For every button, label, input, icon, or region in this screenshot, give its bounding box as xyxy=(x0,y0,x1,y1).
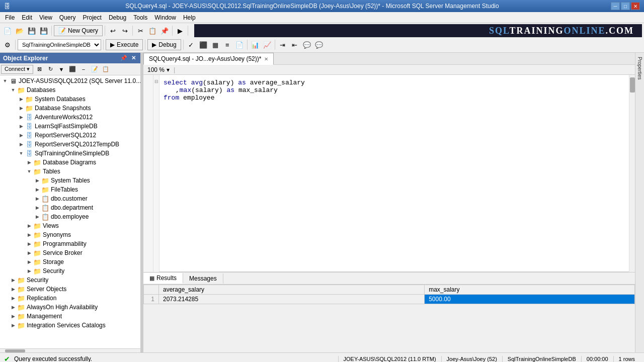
oe-filter-button[interactable]: ▼ xyxy=(56,65,66,74)
oe-new-query-button[interactable]: 📝 xyxy=(90,65,100,74)
expand-tables[interactable]: ▼ xyxy=(25,167,33,175)
undo-button[interactable]: ↩ xyxy=(107,25,118,36)
tree-item-db-snapshots[interactable]: ▶ 📁 Database Snapshots xyxy=(0,104,140,113)
menu-file[interactable]: File xyxy=(2,13,18,22)
expand-reportserver[interactable]: ▶ xyxy=(17,131,25,139)
expand-learnsql[interactable]: ▶ xyxy=(17,122,25,130)
paste-button[interactable]: 📌 xyxy=(159,25,170,36)
oe-stop-button[interactable]: ⬛ xyxy=(67,65,77,74)
tree-item-alwayson[interactable]: ▶ 📁 AlwaysOn High Availability xyxy=(0,303,140,312)
tree-item-databases[interactable]: ▼ 📁 Databases xyxy=(0,85,140,95)
debug-start-button[interactable]: ⚙ xyxy=(2,39,13,50)
tree-item-adventureworks[interactable]: ▶ 🗄 AdventureWorks2012 xyxy=(0,113,140,122)
menu-query[interactable]: Query xyxy=(56,13,79,22)
tree-item-security-server[interactable]: ▶ 📁 Security xyxy=(0,276,140,285)
include-actual-plan-button[interactable]: 📊 xyxy=(250,39,261,50)
check-syntax-button[interactable]: ✓ xyxy=(186,39,197,50)
tree-item-employee[interactable]: ▶ 📋 dbo.employee xyxy=(0,212,140,221)
save-all-button[interactable]: 💾 xyxy=(38,25,49,36)
expand-databases[interactable]: ▼ xyxy=(9,86,17,94)
tree-item-reportserver[interactable]: ▶ 🗄 ReportServerSQL2012 xyxy=(0,131,140,140)
results-to-text-button[interactable]: ≡ xyxy=(222,39,233,50)
minimize-button[interactable]: ─ xyxy=(611,2,620,10)
menu-tools[interactable]: Tools xyxy=(130,13,150,22)
expand-department[interactable]: ▶ xyxy=(33,204,41,212)
outdent-button[interactable]: ⇤ xyxy=(289,39,300,50)
expand-employee[interactable]: ▶ xyxy=(33,213,41,221)
collapse-btn[interactable]: ⊟ xyxy=(153,77,159,86)
tree-item-filetables[interactable]: ▶ 📁 FileTables xyxy=(0,185,140,194)
copy-button[interactable]: 📋 xyxy=(147,25,158,36)
expand-synonyms[interactable]: ▶ xyxy=(25,231,33,239)
editor-vscroll-thumb[interactable] xyxy=(630,77,635,93)
oe-pin-button[interactable]: 📌 xyxy=(119,54,129,62)
tree-item-system-dbs[interactable]: ▶ 📁 System Databases xyxy=(0,95,140,104)
expand-service-broker[interactable]: ▶ xyxy=(25,249,33,257)
indent-button[interactable]: ⇥ xyxy=(277,39,288,50)
expand-security-db[interactable]: ▶ xyxy=(25,267,33,275)
maximize-button[interactable]: □ xyxy=(621,2,630,10)
expand-db-snapshots[interactable]: ▶ xyxy=(17,104,25,112)
oe-summary-button[interactable]: 📋 xyxy=(101,65,111,74)
tree-item-programmability[interactable]: ▶ 📁 Programmability xyxy=(0,239,140,248)
editor-tab-close[interactable]: ✕ xyxy=(264,56,268,62)
tree-item-system-tables[interactable]: ▶ 📁 System Tables xyxy=(0,176,140,185)
tree-item-customer[interactable]: ▶ 📋 dbo.customer xyxy=(0,194,140,203)
uncomment-button[interactable]: 💬 xyxy=(313,39,325,50)
menu-project[interactable]: Project xyxy=(80,13,105,22)
open-button[interactable]: 📂 xyxy=(14,25,25,36)
results-to-file-button[interactable]: 📄 xyxy=(234,39,245,50)
tree-item-tables[interactable]: ▼ 📁 Tables xyxy=(0,167,140,176)
expand-integration-services[interactable]: ▶ xyxy=(9,321,17,329)
oe-collapse-button[interactable]: − xyxy=(78,65,89,74)
oe-hscroll-thumb[interactable] xyxy=(5,349,25,352)
new-file-button[interactable]: 📄 xyxy=(2,25,13,36)
close-button[interactable]: ✕ xyxy=(631,2,640,10)
sql-editor[interactable]: select avg(salary) as average_salary , m… xyxy=(159,75,629,272)
tree-item-integration-services[interactable]: ▶ 📁 Integration Services Catalogs xyxy=(0,321,140,330)
expand-storage[interactable]: ▶ xyxy=(25,258,33,266)
results-tab-messages[interactable]: Messages xyxy=(183,274,223,284)
oe-refresh-button[interactable]: ↻ xyxy=(45,65,55,74)
tree-item-synonyms[interactable]: ▶ 📁 Synonyms xyxy=(0,230,140,239)
menu-debug[interactable]: Debug xyxy=(106,13,129,22)
redo-button[interactable]: ↪ xyxy=(119,25,130,36)
cell-avg-salary[interactable]: 2073.214285 xyxy=(159,295,425,304)
expand-filetables[interactable]: ▶ xyxy=(33,186,41,194)
tree-item-security-db[interactable]: ▶ 📁 Security xyxy=(0,266,140,276)
connect-button[interactable]: Connect ▾ xyxy=(1,65,33,74)
oe-close-button[interactable]: ✕ xyxy=(130,54,137,62)
tree-item-storage[interactable]: ▶ 📁 Storage xyxy=(0,257,140,266)
tree-item-server[interactable]: ▼ 🖥 JOEY-ASUS\SQLQL2012 (SQL Server 11.0… xyxy=(0,76,140,85)
include-client-stats-button[interactable]: 📈 xyxy=(262,39,273,50)
comment-button[interactable]: 💬 xyxy=(301,39,312,50)
expand-server-objects[interactable]: ▶ xyxy=(9,285,17,293)
tree-item-server-objects[interactable]: ▶ 📁 Server Objects xyxy=(0,285,140,294)
zoom-dropdown-icon[interactable]: ▾ xyxy=(167,66,170,73)
oe-hscrollbar[interactable] xyxy=(0,348,140,352)
expand-alwayson[interactable]: ▶ xyxy=(9,303,17,311)
expand-adventureworks[interactable]: ▶ xyxy=(17,113,25,121)
execute-button[interactable]: ▶ Execute xyxy=(106,39,143,50)
save-button[interactable]: 💾 xyxy=(26,25,37,36)
editor-vscrollbar[interactable] xyxy=(629,75,635,272)
editor-tab-active[interactable]: SQLQuery4.sql - JO...ey-Asus\Joey (52))*… xyxy=(143,53,274,65)
new-query-button[interactable]: 📝 New Query xyxy=(54,25,103,36)
results-to-grid-button[interactable]: ▦ xyxy=(210,39,221,50)
expand-views[interactable]: ▶ xyxy=(25,222,33,230)
expand-programmability[interactable]: ▶ xyxy=(25,240,33,248)
expand-server[interactable]: ▼ xyxy=(1,77,9,85)
tree-item-reportserver-temp[interactable]: ▶ 🗄 ReportServerSQL2012TempDB xyxy=(0,140,140,149)
tree-item-db-diagrams[interactable]: ▶ 📁 Database Diagrams xyxy=(0,158,140,167)
stop-button[interactable]: ⬛ xyxy=(198,39,209,50)
tree-item-sqltrain[interactable]: ▼ 🗄 SqlTrainingOnlineSimpleDB xyxy=(0,149,140,158)
cell-max-salary[interactable]: 5000.00 xyxy=(425,295,635,304)
expand-system-tables[interactable]: ▶ xyxy=(33,176,41,185)
properties-tab[interactable]: Properties xyxy=(635,53,644,84)
execute-files-button[interactable]: ▶ xyxy=(175,25,186,36)
expand-system-dbs[interactable]: ▶ xyxy=(17,95,25,103)
expand-reportserver-temp[interactable]: ▶ xyxy=(17,140,25,148)
menu-view[interactable]: View xyxy=(36,13,55,22)
expand-customer[interactable]: ▶ xyxy=(33,195,41,203)
expand-security-server[interactable]: ▶ xyxy=(9,276,17,284)
